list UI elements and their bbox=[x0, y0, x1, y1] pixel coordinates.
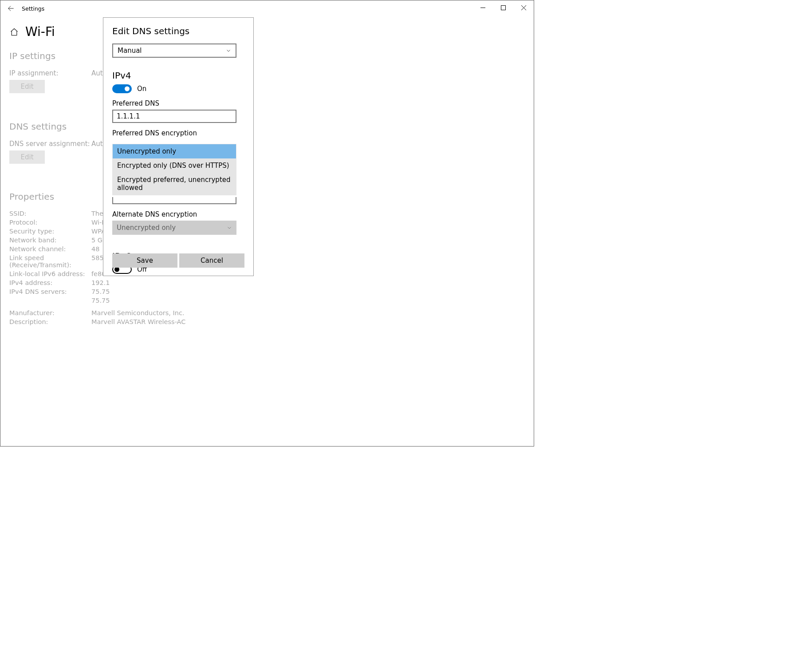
property-row: Link-local IPv6 address:fe80 bbox=[9, 270, 525, 277]
property-row: Manufacturer:Marvell Semiconductors, Inc… bbox=[9, 309, 525, 316]
property-row: Network channel:48 bbox=[9, 245, 525, 253]
dialog-buttons: Save Cancel bbox=[112, 253, 244, 268]
chevron-down-icon bbox=[227, 225, 232, 230]
window-controls bbox=[472, 0, 534, 15]
settings-window: Settings Wi-Fi IP settings IP assignment bbox=[0, 0, 534, 447]
background-content: IP settings IP assignment: Auto Edit DNS… bbox=[9, 51, 525, 325]
page-body: Wi-Fi IP settings IP assignment: Auto Ed… bbox=[0, 16, 534, 325]
save-button[interactable]: Save bbox=[112, 253, 177, 268]
property-row: IPv4 address:192.1 bbox=[9, 279, 525, 286]
dns-edit-button[interactable]: Edit bbox=[9, 150, 45, 164]
dns-settings-heading: DNS settings bbox=[9, 121, 525, 132]
dns-enc-option-unencrypted[interactable]: Unencrypted only bbox=[113, 144, 236, 158]
dns-assignment-label: DNS server assignment: bbox=[9, 140, 91, 148]
edit-dns-dialog: Edit DNS settings Manual IPv4 On Preferr… bbox=[103, 17, 254, 276]
preferred-dns-enc-options: Unencrypted only Encrypted only (DNS ove… bbox=[112, 144, 236, 195]
property-row: Protocol:Wi-F bbox=[9, 219, 525, 226]
hidden-input-under-dropdown[interactable] bbox=[112, 197, 236, 204]
page-header: Wi-Fi bbox=[9, 24, 525, 39]
ip-edit-button[interactable]: Edit bbox=[9, 80, 45, 93]
preferred-dns-label: Preferred DNS bbox=[112, 99, 244, 107]
ipv4-heading: IPv4 bbox=[112, 70, 244, 81]
property-row: Network band:5 GH bbox=[9, 237, 525, 244]
property-row: 75.75 bbox=[9, 297, 525, 304]
ip-settings-heading: IP settings bbox=[9, 51, 525, 61]
dns-enc-option-encrypted-preferred[interactable]: Encrypted preferred, unencrypted allowed bbox=[113, 173, 236, 195]
maximize-button[interactable] bbox=[493, 0, 513, 15]
preferred-dns-enc-label: Preferred DNS encryption bbox=[112, 129, 244, 137]
ip-assignment-row: IP assignment: Auto bbox=[9, 69, 525, 77]
properties-heading: Properties bbox=[9, 191, 525, 202]
property-row: Security type:WPA bbox=[9, 228, 525, 235]
ipv4-toggle-row: On bbox=[112, 84, 244, 93]
dns-assignment-row: DNS server assignment: Auto bbox=[9, 140, 525, 148]
ip-assignment-label: IP assignment: bbox=[9, 69, 91, 77]
property-row: SSID:The bbox=[9, 210, 525, 217]
close-button[interactable] bbox=[513, 0, 534, 15]
properties-list: SSID:The Protocol:Wi-F Security type:WPA… bbox=[9, 210, 525, 325]
property-row: Description:Marvell AVASTAR Wireless-AC bbox=[9, 318, 525, 325]
dns-mode-dropdown[interactable]: Manual bbox=[112, 43, 236, 58]
ipv4-toggle[interactable] bbox=[112, 84, 132, 93]
page-title: Wi-Fi bbox=[25, 24, 55, 39]
alternate-dns-enc-dropdown[interactable]: Unencrypted only bbox=[112, 221, 236, 235]
preferred-dns-input[interactable]: 1.1.1.1 bbox=[112, 110, 236, 123]
dialog-title: Edit DNS settings bbox=[112, 26, 244, 36]
home-icon bbox=[9, 27, 19, 37]
dns-enc-option-encrypted-only[interactable]: Encrypted only (DNS over HTTPS) bbox=[113, 158, 236, 173]
ipv4-toggle-state: On bbox=[137, 85, 146, 93]
back-button[interactable] bbox=[3, 1, 18, 16]
minimize-button[interactable] bbox=[472, 0, 493, 15]
dns-mode-value: Manual bbox=[118, 47, 142, 55]
alternate-dns-enc-value: Unencrypted only bbox=[117, 224, 176, 232]
chevron-down-icon bbox=[226, 48, 231, 53]
svg-rect-1 bbox=[501, 5, 505, 10]
window-title: Settings bbox=[22, 5, 44, 12]
alternate-dns-enc-label: Alternate DNS encryption bbox=[112, 210, 244, 218]
property-row: Link speed (Receive/Transmit):585/ bbox=[9, 254, 525, 269]
titlebar: Settings bbox=[0, 0, 534, 16]
property-row: IPv4 DNS servers:75.75 bbox=[9, 288, 525, 295]
cancel-button[interactable]: Cancel bbox=[179, 253, 244, 268]
